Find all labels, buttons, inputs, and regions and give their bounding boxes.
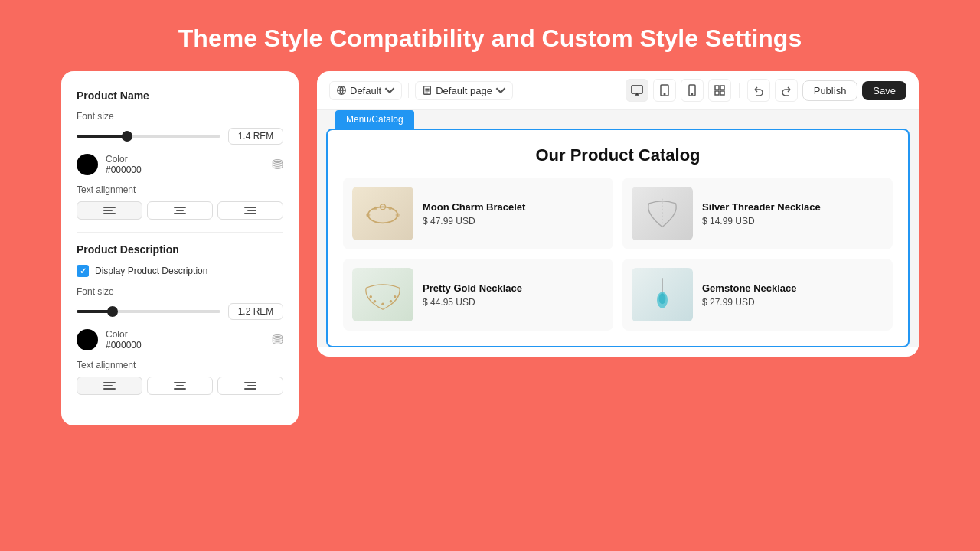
product-name-section: Product Name Font size 1.4 REM Color #00… <box>77 90 283 220</box>
font-size-slider-2[interactable] <box>77 310 220 313</box>
font-size-label-2: Font size <box>77 286 283 297</box>
tablet-view-btn[interactable] <box>653 79 676 102</box>
mobile-view-btn[interactable] <box>681 79 704 102</box>
svg-point-15 <box>374 207 377 210</box>
product-image-1 <box>632 187 693 240</box>
svg-point-14 <box>396 213 400 217</box>
product-image-2 <box>352 268 413 321</box>
svg-rect-7 <box>715 86 719 90</box>
grid-view-btn[interactable] <box>708 79 731 102</box>
text-align-label-1: Text alignment <box>77 184 283 195</box>
left-settings-panel: Product Name Font size 1.4 REM Color #00… <box>61 71 299 425</box>
product-price-0: $ 47.99 USD <box>423 216 604 227</box>
alignment-buttons-1 <box>77 201 283 220</box>
product-name-1: Silver Threader Necklace <box>702 201 884 213</box>
product-price-3: $ 27.99 USD <box>702 297 884 308</box>
svg-point-22 <box>394 295 397 298</box>
product-card-2: Pretty Gold Necklace $ 44.95 USD <box>343 259 613 331</box>
product-name-title: Product Name <box>77 90 283 102</box>
svg-rect-9 <box>715 91 719 95</box>
product-price-1: $ 14.99 USD <box>702 216 884 227</box>
page-title: Theme Style Compatibility and Custom Sty… <box>163 0 817 71</box>
alignment-buttons-2 <box>77 377 283 395</box>
product-card-0: Moon Charm Bracelet $ 47.99 USD <box>343 178 613 249</box>
align-right-btn-1[interactable] <box>217 201 283 220</box>
product-name-2: Pretty Gold Necklace <box>423 282 604 294</box>
font-size-value-2: 1.2 REM <box>228 303 283 320</box>
svg-point-20 <box>390 300 393 303</box>
editor-panel: Default Default page <box>317 71 919 357</box>
svg-point-21 <box>370 295 373 298</box>
color-label-2: Color <box>106 329 264 340</box>
align-left-btn-2[interactable] <box>77 377 142 395</box>
font-size-label-1: Font size <box>77 111 283 122</box>
color-row-1: Color #000000 ⛃ <box>77 154 283 175</box>
svg-rect-10 <box>720 91 724 95</box>
menu-catalog-tab[interactable]: Menu/Catalog <box>335 110 414 129</box>
display-desc-label: Display Product Description <box>95 266 207 276</box>
align-center-btn-2[interactable] <box>147 377 213 395</box>
catalog-title: Our Product Catalog <box>343 145 893 165</box>
save-button[interactable]: Save <box>862 81 906 100</box>
undo-btn[interactable] <box>747 79 770 102</box>
color-swatch-2[interactable] <box>77 329 98 350</box>
product-price-2: $ 44.95 USD <box>423 297 604 308</box>
svg-point-6 <box>691 93 692 94</box>
page-selector[interactable]: Default page <box>415 81 513 100</box>
svg-point-4 <box>664 93 665 95</box>
font-size-slider-row-1: 1.4 REM <box>77 128 283 145</box>
editor-toolbar: Default Default page <box>317 71 919 110</box>
color-label-1: Color <box>106 154 264 165</box>
display-desc-checkbox-row: ✓ Display Product Description <box>77 265 283 277</box>
font-size-value-1: 1.4 REM <box>228 128 283 145</box>
product-card-1: Silver Threader Necklace $ 14.99 USD <box>622 178 893 249</box>
color-value-1: #000000 <box>106 165 264 175</box>
color-swatch-1[interactable] <box>77 154 98 175</box>
product-name-0: Moon Charm Bracelet <box>423 201 604 213</box>
font-size-slider-row-2: 1.2 REM <box>77 303 283 320</box>
svg-point-18 <box>374 300 377 303</box>
align-right-btn-2[interactable] <box>217 377 283 395</box>
product-image-3 <box>632 268 693 321</box>
product-card-3: Gemstone Necklace $ 27.99 USD <box>622 259 893 331</box>
color-row-2: Color #000000 ⛃ <box>77 329 283 350</box>
svg-rect-8 <box>720 86 724 90</box>
theme-selector[interactable]: Default <box>329 81 402 100</box>
product-image-0 <box>352 187 413 240</box>
redo-btn[interactable] <box>775 79 798 102</box>
publish-button[interactable]: Publish <box>802 80 858 101</box>
catalog-area: Our Product Catalog <box>326 129 910 347</box>
svg-point-25 <box>659 293 666 304</box>
color-value-2: #000000 <box>106 340 264 350</box>
toolbar-right: Publish Save <box>626 79 906 102</box>
svg-point-19 <box>381 303 384 306</box>
align-left-btn-1[interactable] <box>77 201 142 220</box>
product-name-3: Gemstone Necklace <box>702 282 884 294</box>
svg-rect-2 <box>632 86 642 93</box>
product-description-section: Product Description ✓ Display Product De… <box>77 243 283 395</box>
display-desc-checkbox[interactable]: ✓ <box>77 265 89 277</box>
font-size-slider-1[interactable] <box>77 135 220 138</box>
toolbar-left: Default Default page <box>329 81 619 100</box>
text-align-label-2: Text alignment <box>77 360 283 370</box>
svg-point-16 <box>388 207 391 210</box>
product-grid: Moon Charm Bracelet $ 47.99 USD <box>343 178 893 331</box>
svg-point-13 <box>366 213 370 217</box>
database-icon-1: ⛃ <box>272 156 283 173</box>
product-desc-title: Product Description <box>77 243 283 256</box>
database-icon-2: ⛃ <box>272 331 283 348</box>
align-center-btn-1[interactable] <box>147 201 213 220</box>
desktop-view-btn[interactable] <box>626 79 648 102</box>
editor-canvas: Menu/Catalog Our Product Catalog <box>317 110 919 347</box>
